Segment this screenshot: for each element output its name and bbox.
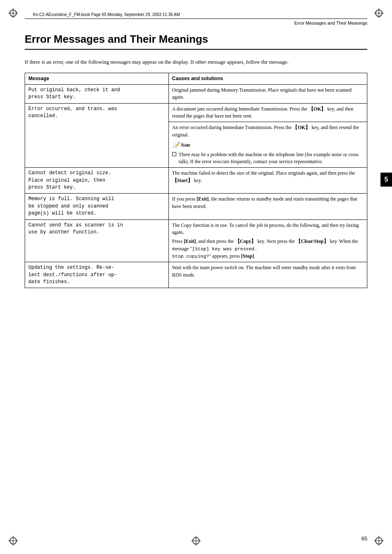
note-title: 📝 Note: [172, 141, 364, 149]
solution-cell: The machine failed to detect the size of…: [168, 168, 367, 194]
note-icon: 📝: [172, 141, 179, 149]
message-cell: Updating the settings. Re-se-lect dest./…: [25, 262, 169, 288]
note-item: There may be a problem with the machine …: [172, 151, 364, 166]
table-row: Memory is full. Scanning willbe stopped …: [25, 194, 367, 219]
solution-para-2: Press [Exit], and then press the 【Copy】 …: [172, 238, 364, 260]
message-cell: Error occurred, and trans. wascancelled.: [25, 103, 169, 168]
corner-mark-tr: [373, 7, 385, 19]
content-area: Error Messages and Their Meanings If the…: [25, 33, 367, 529]
center-bottom-mark: [190, 535, 202, 547]
table-row: Put original back, check it andpress Sta…: [25, 84, 367, 103]
table-row: Cannot send fax as scanner is inuse by a…: [25, 219, 367, 262]
solution-para: An error occurred during Immediate Trans…: [172, 124, 364, 138]
file-info: Kir-C2-AEcombine_F_FM.book Page 65 Monda…: [33, 12, 367, 17]
intro-text: If there is an error, one of the followi…: [25, 58, 367, 66]
page-title: Error Messages and Their Meanings: [25, 33, 367, 50]
col-header-message: Message: [25, 73, 169, 84]
note-checkbox: [172, 152, 176, 156]
col-header-solutions: Causes and solutions: [168, 73, 367, 84]
message-cell: Cannot send fax as scanner is inuse by a…: [25, 219, 169, 262]
solution-cell-2: An error occurred during Immediate Trans…: [168, 122, 367, 168]
header-area: Kir-C2-AEcombine_F_FM.book Page 65 Monda…: [25, 12, 367, 25]
message-cell: Cannot detect original size.Place origin…: [25, 168, 169, 194]
message-cell: Put original back, check it andpress Sta…: [25, 84, 169, 103]
header-section-text: Error Messages and Their Meanings: [25, 21, 367, 25]
solution-cell: The Copy function is in use. To cancel t…: [168, 219, 367, 262]
corner-mark-bl: [7, 535, 19, 547]
message-cell: Memory is full. Scanning willbe stopped …: [25, 194, 169, 219]
page-number: 65: [362, 536, 367, 542]
table-row: Updating the settings. Re-se-lect dest./…: [25, 262, 367, 288]
solution-cell: Wait with the main power switch on. The …: [168, 262, 367, 288]
note-box: 📝 Note There may be a problem with the m…: [172, 141, 364, 165]
solution-cell: If you press [Exit], the machine returns…: [168, 194, 367, 219]
chapter-number: 5: [385, 176, 388, 183]
solution-cell: Original jammed during Memory Transmissi…: [168, 84, 367, 103]
note-text: There may be a problem with the machine …: [179, 151, 364, 166]
corner-mark-br: [373, 535, 385, 547]
chapter-tab: 5: [380, 173, 392, 187]
corner-mark-tl: [7, 7, 19, 19]
solution-cell: A document jam occurred during Immediate…: [168, 103, 367, 122]
table-row: Cannot detect original size.Place origin…: [25, 168, 367, 194]
table-row: Error occurred, and trans. wascancelled.…: [25, 103, 367, 122]
header-line: [25, 18, 367, 19]
solution-para-1: The Copy function is in use. To cancel t…: [172, 222, 364, 236]
page: 5 Kir-C2-AEcombine_F_FM.book Page 65 Mon…: [0, 0, 392, 554]
error-table: Message Causes and solutions Put origina…: [25, 73, 367, 289]
